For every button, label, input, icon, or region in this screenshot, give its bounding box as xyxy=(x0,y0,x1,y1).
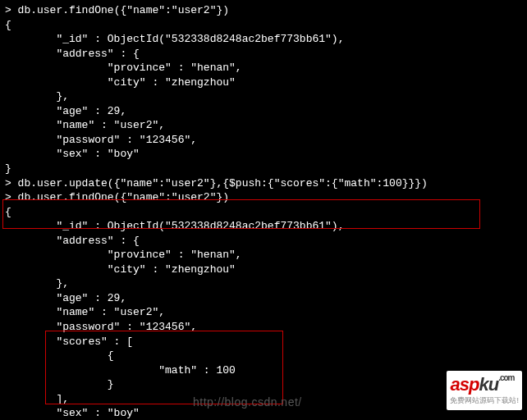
output-line: "_id" : ObjectId("532338d8248ac2bef773bb… xyxy=(5,32,522,47)
command-line[interactable]: db.user.findOne({"name":"user2"}) xyxy=(5,190,522,205)
output-line: "name" : "user2", xyxy=(5,118,522,133)
output-line: "address" : { xyxy=(5,234,522,249)
brand-letter: u xyxy=(488,374,498,395)
output-line: }, xyxy=(5,89,522,104)
output-line: { xyxy=(5,349,522,363)
output-line: "scores" : [ xyxy=(5,335,522,349)
brand-text: aspku.com xyxy=(450,372,519,397)
brand-letter: k xyxy=(479,374,488,395)
output-line: "name" : "user2", xyxy=(5,305,522,320)
watermark-url: http://blog.csdn.net/ xyxy=(193,395,302,410)
output-line: "age" : 29, xyxy=(5,291,522,306)
output-line: "province" : "henan", xyxy=(5,248,522,262)
brand-tld: .com xyxy=(498,373,514,382)
output-line: "city" : "zhengzhou" xyxy=(5,262,522,277)
output-line: "password" : "123456", xyxy=(5,133,522,148)
output-line: "password" : "123456", xyxy=(5,320,522,335)
command-line[interactable]: db.user.findOne({"name":"user2"}) xyxy=(5,3,522,18)
output-line: } xyxy=(5,377,522,392)
brand-tagline: 免费网站源码下载站! xyxy=(450,395,519,405)
output-line: } xyxy=(5,162,522,176)
output-line: "age" : 29, xyxy=(5,104,522,119)
output-line: "city" : "zhengzhou" xyxy=(5,75,522,90)
brand-letter: p xyxy=(469,374,479,395)
output-line: "province" : "henan", xyxy=(5,61,522,75)
output-line: { xyxy=(5,18,522,33)
brand-letter: s xyxy=(460,374,469,395)
terminal-output: db.user.findOne({"name":"user2"}) { "_id… xyxy=(5,3,522,420)
watermark-logo: aspku.com 免费网站源码下载站! xyxy=(447,371,522,410)
output-line: { xyxy=(5,205,522,220)
output-line: "address" : { xyxy=(5,47,522,62)
brand-letter: a xyxy=(450,374,459,395)
output-line: "sex" : "boy" xyxy=(5,147,522,162)
output-line: "_id" : ObjectId("532338d8248ac2bef773bb… xyxy=(5,219,522,234)
command-line[interactable]: db.user.update({"name":"user2"},{$push:{… xyxy=(5,176,522,191)
output-line: }, xyxy=(5,276,522,291)
output-line: "math" : 100 xyxy=(5,363,522,378)
